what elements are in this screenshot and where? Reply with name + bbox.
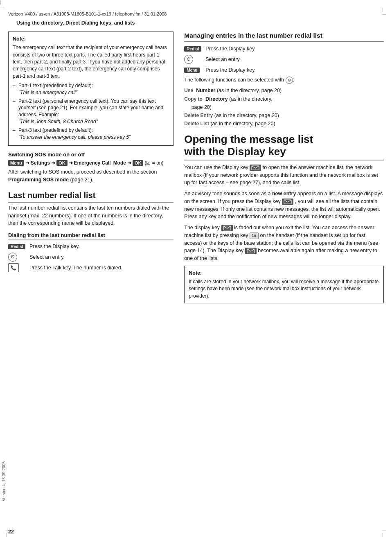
step-redial: Redial Press the Display key. — [8, 242, 173, 251]
opening-body3: The display key is faded out when you ex… — [184, 224, 384, 262]
content-area: Note: The emergency call text that the r… — [0, 27, 392, 303]
ok-badge-1: OK — [56, 160, 68, 166]
page-wrapper: |— |— Verizon V400 / us-en / A31008-M180… — [0, 0, 392, 542]
right-column: Managing entries in the last number redi… — [181, 32, 384, 303]
menu-badge: Menu — [8, 160, 24, 166]
dialing-heading: Dialing from the last number redial list — [8, 232, 173, 239]
fn-use-number: Use Number (as in the directory, page 20… — [184, 86, 384, 95]
note-item-3-label: Part-3 text (predefined by default):"To … — [18, 127, 131, 140]
mgmt-step1-text: Press the Display key. — [205, 46, 384, 52]
bottom-left-mark: —| — [6, 528, 10, 537]
step-talk: 📞 Press the Talk key. The number is dial… — [8, 263, 173, 272]
note-item-3-italic: "To answer the emergency call, please pr… — [18, 134, 131, 140]
last-number-heading: Last number redial list — [8, 190, 173, 203]
mgmt-nav-icon: ⊙ — [184, 55, 193, 64]
last-number-section: Last number redial list The last number … — [8, 190, 173, 272]
page-title: Using the directory, Direct Dialing keys… — [16, 20, 135, 26]
mgmt-step2-text: Select an entry. — [205, 56, 384, 62]
nav-icon-inline: ⊙ — [286, 77, 293, 84]
functions-intro: The following functions can be selected … — [184, 76, 384, 84]
note-item-2: Part-2 text (personal emergency call tex… — [13, 98, 169, 125]
page-title-section: Using the directory, Direct Dialing keys… — [0, 17, 392, 27]
last-number-body: The last number redial list contains the… — [8, 204, 173, 227]
mgmt-redial-badge: Redial — [184, 46, 201, 52]
talk-icon: 📞 — [8, 263, 19, 272]
redial-badge: Redial — [8, 244, 25, 249]
note-box-emergency: Note: The emergency call text that the r… — [8, 32, 173, 146]
envelope-icon-3 — [223, 226, 231, 230]
managing-heading: Managing entries in the last number redi… — [184, 32, 384, 42]
redial-icon-cell: Redial — [8, 244, 29, 249]
fn-copy-to: Copy to Directory (as in the directory, … — [184, 95, 384, 111]
mgmt-step-menu: Menu Press the Display key. — [184, 65, 384, 75]
mgmt-redial-cell: Redial — [184, 46, 205, 52]
managing-section: Managing entries in the last number redi… — [184, 32, 384, 128]
note-item-2-label: Part-2 text (personal emergency call tex… — [18, 98, 163, 124]
note-box-bottom: Note: If calls are stored in your networ… — [184, 266, 384, 303]
note-item-2-italic: "This is John Smith, 8 Church Road" — [18, 119, 98, 124]
note-title: Note: — [13, 35, 169, 43]
display-key-icon-1 — [250, 165, 261, 171]
step-nav-text: Select an entry. — [29, 254, 173, 260]
step-talk-text: Press the Talk key. The number is dialed… — [29, 265, 173, 271]
left-column: Note: The emergency call text that the r… — [8, 32, 181, 303]
ok-badge-2: OK — [133, 160, 144, 166]
sos-menu-step: Menu ➜ Settings ➜ OK ➜ Emergency Call Mo… — [8, 160, 173, 166]
display-key-icon-3 — [221, 225, 233, 231]
sos-heading: Switching SOS mode on or off — [8, 151, 173, 158]
mgmt-nav-cell: ⊙ — [184, 55, 205, 64]
one-key-icon: 1≡ — [250, 233, 259, 239]
header-text: Verizon V400 / us-en / A31008-M1805-B101… — [8, 11, 167, 16]
note-item-1-label: Part-1 text (predefined by default):"Thi… — [18, 83, 93, 95]
note-intro: The emergency call text that the recipie… — [13, 44, 169, 80]
top-left-mark: |— — [0, 0, 392, 9]
note-item-1-italic: "This is an emergency call" — [18, 90, 77, 95]
opening-body2: An advisory tone sounds as soon as a new… — [184, 190, 384, 221]
function-list: Use Number (as in the directory, page 20… — [184, 86, 384, 128]
talk-icon-cell: 📞 — [8, 263, 29, 272]
sos-section: Switching SOS mode on or off Menu ➜ Sett… — [8, 151, 173, 184]
version-text: Version 4, 16.09.2005 — [2, 461, 6, 501]
opening-body1: You can use the Display key to open the … — [184, 164, 384, 187]
fn-delete-entry: Delete Entry (as in the directory, page … — [184, 111, 384, 120]
opening-heading: Opening the message list with the Displa… — [184, 133, 384, 160]
note-list: Part-1 text (predefined by default):"Thi… — [13, 82, 169, 140]
note-bottom-title: Note: — [189, 269, 379, 277]
page-header: Verizon V400 / us-en / A31008-M1805-B101… — [0, 9, 392, 17]
step-redial-text: Press the Display key. — [29, 244, 173, 249]
step-nav: ⊙ Select an entry. — [8, 253, 173, 262]
envelope-icon-4 — [247, 248, 255, 253]
note-item-1: Part-1 text (predefined by default):"Thi… — [13, 82, 169, 96]
mgmt-step3-text: Press the Display key. — [205, 67, 384, 73]
display-key-icon-4 — [245, 248, 257, 254]
fn-delete-list: Delete List (as in the directory, page 2… — [184, 120, 384, 128]
sos-body: After switching to SOS mode, proceed as … — [8, 168, 173, 184]
mgmt-step-redial: Redial Press the Display key. — [184, 44, 384, 53]
nav-icon-cell: ⊙ — [8, 253, 29, 262]
bottom-right-mark: —| — [382, 528, 386, 537]
display-key-icon-2 — [282, 199, 293, 205]
nav-icon: ⊙ — [8, 253, 17, 262]
mgmt-step-nav: ⊙ Select an entry. — [184, 55, 384, 64]
envelope-icon-1 — [251, 165, 259, 170]
top-right-mark: |— — [382, 7, 386, 16]
mgmt-menu-badge: Menu — [184, 68, 200, 73]
mgmt-menu-cell: Menu — [184, 68, 205, 73]
envelope-icon-2 — [284, 199, 292, 204]
opening-section: Opening the message list with the Displa… — [184, 133, 384, 303]
note-bottom-text: If calls are stored in your network mail… — [189, 278, 379, 300]
note-item-3: Part-3 text (predefined by default):"To … — [13, 127, 169, 141]
